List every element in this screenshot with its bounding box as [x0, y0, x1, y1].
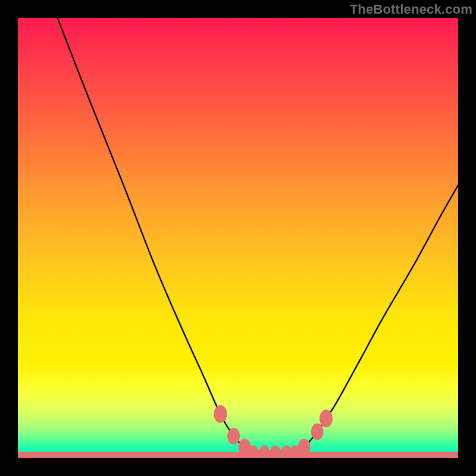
watermark-text: TheBottleneck.com: [350, 2, 472, 17]
marker-right-marker-2: [311, 424, 324, 440]
marker-left-marker-2: [227, 428, 240, 444]
plot-area: [18, 18, 458, 458]
svg-rect-0: [18, 452, 458, 459]
marker-flat-3: [270, 445, 281, 458]
chart-frame: TheBottleneck.com: [0, 0, 476, 476]
chart-svg: [18, 18, 458, 458]
marker-right-marker-3: [320, 409, 333, 427]
bottom-band: [18, 452, 458, 459]
marker-right-marker-1: [298, 439, 311, 456]
curve-markers: [214, 405, 333, 458]
marker-left-marker-1: [214, 405, 227, 423]
curve-right-branch: [295, 185, 458, 452]
marker-flat-2: [259, 445, 270, 458]
curve-left-branch: [58, 18, 253, 452]
